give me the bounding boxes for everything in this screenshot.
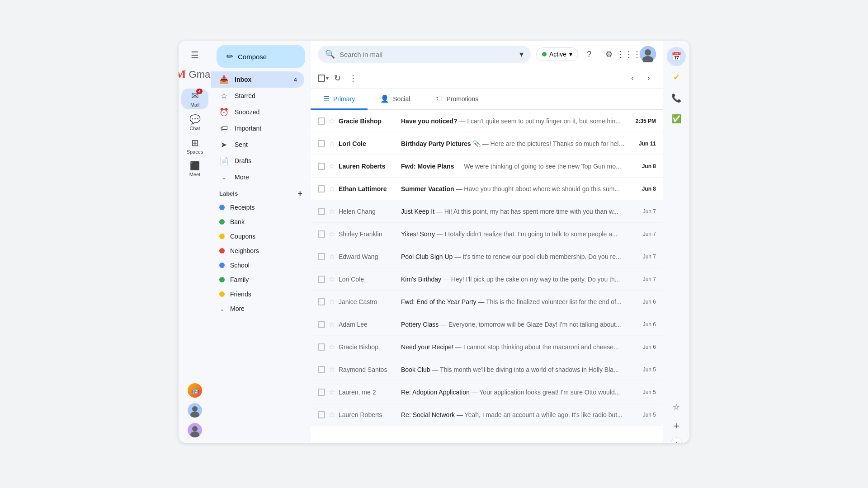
calendar-panel-button[interactable]: 📅 — [667, 47, 686, 66]
sidebar-item-important[interactable]: 🏷 Important — [211, 120, 304, 136]
label-school[interactable]: School — [211, 258, 304, 272]
select-chevron[interactable]: ▾ — [326, 75, 329, 81]
email-checkbox[interactable] — [318, 276, 325, 283]
sidebar-item-snoozed[interactable]: ⏰ Snoozed — [211, 104, 304, 120]
label-receipts[interactable]: Receipts — [211, 200, 304, 215]
email-checkbox[interactable] — [318, 253, 325, 260]
email-checkbox[interactable] — [318, 163, 325, 170]
sender-name: Edward Wang — [339, 253, 397, 260]
email-row[interactable]: ☆Adam LeePottery Class — Everyone, tomor… — [311, 313, 663, 336]
star-button[interactable]: ☆ — [329, 252, 335, 261]
email-row[interactable]: ☆Helen ChangJust Keep It — Hi! At this p… — [311, 200, 663, 223]
email-checkbox[interactable] — [318, 298, 325, 305]
active-status-button[interactable]: Active ▾ — [536, 47, 578, 61]
email-date: Jun 8 — [629, 163, 656, 169]
star-panel-button[interactable]: ☆ — [667, 398, 686, 417]
add-panel-button[interactable]: + — [667, 417, 686, 436]
toolbar-right: ‹ › — [625, 71, 656, 85]
tab-social[interactable]: 👤 Social — [368, 89, 423, 110]
user-avatar[interactable] — [640, 46, 656, 62]
email-checkbox[interactable] — [318, 117, 325, 125]
email-row[interactable]: ☆Lori ColeKim's Birthday — Hey! I'll pic… — [311, 268, 663, 291]
check-panel-button[interactable]: ✅ — [667, 109, 686, 128]
star-button[interactable]: ☆ — [329, 320, 335, 328]
email-checkbox[interactable] — [318, 411, 325, 418]
star-button[interactable]: ☆ — [329, 297, 335, 306]
email-row[interactable]: ☆Lauren RobertsFwd: Movie Plans — We wer… — [311, 155, 663, 178]
avatar-user2[interactable] — [188, 423, 202, 437]
email-row[interactable]: ☆Lauren RobertsRe: Social Network — Yeah… — [311, 404, 663, 426]
label-family[interactable]: Family — [211, 272, 304, 287]
receipts-label: Receipts — [230, 204, 255, 211]
star-button[interactable]: ☆ — [329, 410, 335, 419]
hamburger-menu[interactable]: ☰ — [187, 47, 203, 63]
refresh-button[interactable]: ↻ — [331, 70, 344, 86]
star-button[interactable]: ☆ — [329, 343, 335, 351]
email-checkbox[interactable] — [318, 366, 325, 373]
label-friends[interactable]: Friends — [211, 287, 304, 301]
avatar-ai[interactable]: 🤖 — [188, 383, 202, 398]
email-preview: — I can't quite seem to put my finger on… — [459, 117, 621, 125]
email-row[interactable]: ☆Gracie BishopNeed your Recipe! — I cann… — [311, 336, 663, 358]
tasks-panel-button[interactable]: ✔ — [667, 68, 686, 87]
star-button[interactable]: ☆ — [329, 365, 335, 374]
email-checkbox[interactable] — [318, 230, 325, 238]
star-button[interactable]: ☆ — [329, 388, 335, 396]
search-dropdown-button[interactable]: ▾ — [519, 49, 524, 59]
email-checkbox[interactable] — [318, 185, 325, 192]
star-button[interactable]: ☆ — [329, 117, 335, 125]
avatar-user1[interactable] — [188, 403, 202, 418]
label-more[interactable]: ⌄ More — [211, 301, 304, 316]
nav-rail-spaces[interactable]: ⊞ Spaces — [181, 136, 208, 156]
star-button[interactable]: ☆ — [329, 162, 335, 170]
star-button[interactable]: ☆ — [329, 230, 335, 238]
sidebar-item-more[interactable]: ⌄ More — [211, 169, 304, 185]
tab-promotions[interactable]: 🏷 Promotions — [423, 89, 491, 110]
apps-button[interactable]: ⋮⋮⋮ — [620, 45, 638, 63]
nav-rail-mail[interactable]: ✉ 4 Mail — [181, 89, 208, 109]
sender-name: Lauren Roberts — [339, 411, 397, 418]
help-button[interactable]: ? — [580, 45, 598, 63]
primary-tab-icon: ☰ — [323, 94, 330, 103]
sidebar-item-drafts[interactable]: 📄 Drafts — [211, 153, 304, 169]
email-checkbox[interactable] — [318, 389, 325, 396]
email-row[interactable]: ☆Shirley FranklinYikes! Sorry — I totall… — [311, 223, 663, 245]
search-input[interactable] — [340, 51, 515, 58]
tab-primary[interactable]: ☰ Primary — [311, 89, 368, 110]
add-label-button[interactable]: + — [297, 189, 302, 198]
contacts-panel-button[interactable]: 📞 — [667, 89, 686, 108]
email-row[interactable]: ☆Gracie BishopHave you noticed? — I can'… — [311, 110, 663, 132]
nav-rail-chat[interactable]: 💬 Chat — [181, 112, 208, 133]
sidebar-item-sent[interactable]: ➤ Sent — [211, 136, 304, 153]
settings-button[interactable]: ⚙ — [600, 45, 618, 63]
collapse-panel-button[interactable]: › — [671, 437, 682, 443]
inbox-count: 4 — [294, 76, 297, 83]
star-button[interactable]: ☆ — [329, 207, 335, 216]
email-row[interactable]: ☆Janice CastroFwd: End of the Year Party… — [311, 291, 663, 313]
email-row[interactable]: ☆Ethan LattimoreSummer Vacation — Have y… — [311, 178, 663, 200]
email-row[interactable]: ☆Lori ColeBirthday Party Pictures 📎— Her… — [311, 132, 663, 155]
email-row[interactable]: ☆Raymond SantosBook Club — This month we… — [311, 358, 663, 381]
star-button[interactable]: ☆ — [329, 275, 335, 283]
sidebar-item-starred[interactable]: ☆ Starred — [211, 88, 304, 104]
label-bank[interactable]: Bank — [211, 215, 304, 229]
next-page-button[interactable]: › — [642, 71, 656, 85]
nav-rail-meet[interactable]: ⬛ Meet — [181, 159, 208, 179]
email-checkbox[interactable] — [318, 343, 325, 351]
select-all-checkbox[interactable] — [318, 75, 325, 82]
email-row[interactable]: ☆Lauren, me 2Re: Adoption Application — … — [311, 381, 663, 404]
email-row[interactable]: ☆Edward WangPool Club Sign Up — It's tim… — [311, 245, 663, 268]
label-neighbors[interactable]: Neighbors — [211, 244, 304, 258]
label-coupons[interactable]: Coupons — [211, 229, 304, 244]
prev-page-button[interactable]: ‹ — [625, 71, 640, 85]
more-toolbar-button[interactable]: ⋮ — [346, 70, 360, 86]
sidebar-item-inbox[interactable]: 📥 Inbox 4 — [211, 71, 304, 88]
email-checkbox[interactable] — [318, 321, 325, 328]
email-subject-preview: Pottery Class — Everyone, tomorrow will … — [401, 321, 625, 328]
star-button[interactable]: ☆ — [329, 139, 335, 148]
more-labels-icon: ⌄ — [219, 305, 225, 312]
compose-button[interactable]: ✏ Compose — [217, 45, 305, 68]
email-checkbox[interactable] — [318, 208, 325, 215]
email-checkbox[interactable] — [318, 140, 325, 147]
star-button[interactable]: ☆ — [329, 184, 335, 193]
